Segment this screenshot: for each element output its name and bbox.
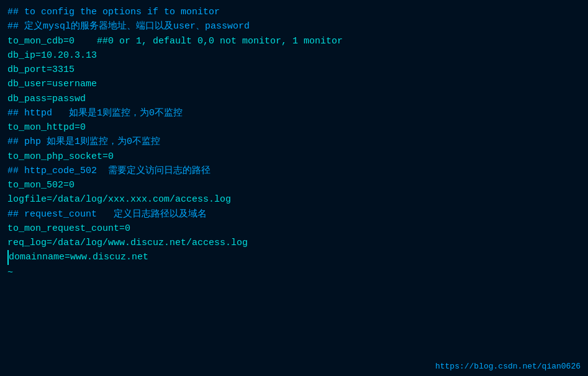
- tilde-line: ~: [7, 267, 581, 278]
- footer-url: https://blog.csdn.net/qian0626: [435, 362, 581, 371]
- code-line: to_mon_request_count=0: [7, 222, 581, 236]
- code-line: req_log=/data/log/www.discuz.net/access.…: [7, 236, 581, 250]
- code-line: ## http_code_502 需要定义访问日志的路径: [7, 164, 581, 178]
- terminal-window: ## to config the options if to monitor##…: [0, 0, 588, 376]
- code-line: domainname=www.discuz.net: [7, 250, 581, 264]
- code-line: ## 定义mysql的服务器地址、端口以及user、password: [7, 19, 581, 34]
- code-line: ## request_count 定义日志路径以及域名: [7, 207, 581, 222]
- code-line: to_mon_httpd=0: [7, 120, 581, 135]
- code-line: db_user=username: [7, 77, 581, 91]
- code-line: logfile=/data/log/xxx.xxx.com/access.log: [7, 192, 581, 207]
- code-line: ## php 如果是1则监控，为0不监控: [7, 135, 581, 149]
- code-line: to_mon_502=0: [7, 178, 581, 192]
- code-line: ## httpd 如果是1则监控，为0不监控: [7, 106, 581, 120]
- code-line: ## to config the options if to monitor: [7, 5, 581, 19]
- code-line: db_port=3315: [7, 63, 581, 77]
- code-line: db_ip=10.20.3.13: [7, 48, 581, 63]
- code-line: to_mon_cdb=0 ##0 or 1, default 0,0 not m…: [7, 34, 581, 48]
- code-content: ## to config the options if to monitor##…: [7, 5, 581, 265]
- code-line: db_pass=passwd: [7, 92, 581, 106]
- code-line: to_mon_php_socket=0: [7, 150, 581, 164]
